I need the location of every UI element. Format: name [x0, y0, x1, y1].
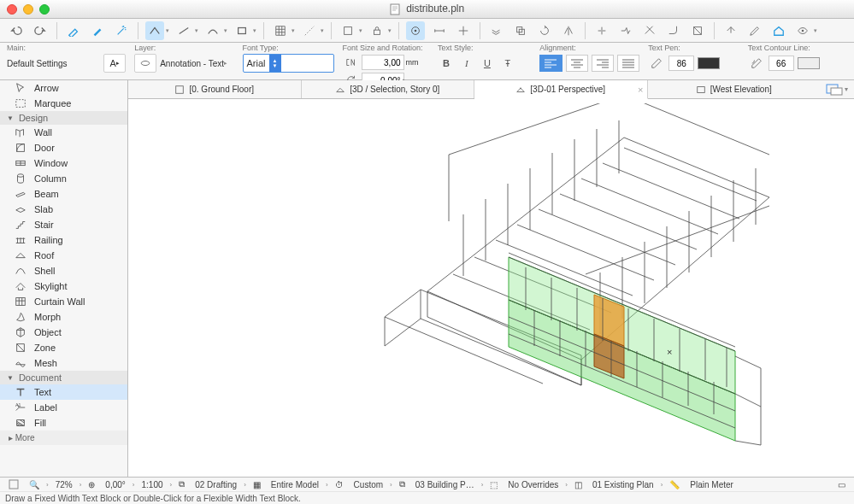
design-railing-tool[interactable]: Railing	[0, 232, 127, 248]
dropdown-caret-icon[interactable]: ▾	[814, 27, 817, 34]
design-skylight-tool[interactable]: Skylight	[0, 278, 127, 294]
design-stair-tool[interactable]: Stair	[0, 217, 127, 232]
redo-button[interactable]	[31, 21, 50, 40]
renov-value[interactable]: Custom	[350, 480, 386, 489]
design-window-tool[interactable]: Window	[0, 155, 127, 171]
design-object-tool[interactable]: Object	[0, 325, 127, 340]
design-wall-tool[interactable]: Wall	[0, 125, 127, 140]
align-justify-button[interactable]	[617, 55, 639, 72]
dropdown-caret-icon[interactable]: ▾	[359, 27, 362, 34]
home-button[interactable]	[769, 21, 788, 40]
model-value[interactable]: Entire Model	[268, 480, 322, 489]
intersect-button[interactable]	[640, 21, 659, 40]
align-left-button[interactable]	[539, 55, 562, 72]
distance-button[interactable]	[430, 21, 449, 40]
document-group-header[interactable]: ▼Document	[0, 371, 127, 384]
scroll-reset[interactable]	[5, 479, 22, 489]
design-group-header[interactable]: ▼Design	[0, 111, 127, 125]
tray-button[interactable]: ▭	[834, 480, 849, 489]
align-right-button[interactable]	[592, 55, 614, 72]
design-roof-tool[interactable]: Roof	[0, 248, 127, 263]
edit-mode-button[interactable]	[745, 21, 764, 40]
font-size-input[interactable]	[362, 55, 404, 70]
contour-color[interactable]	[798, 57, 820, 69]
rotate-button[interactable]	[535, 21, 554, 40]
design-curtain-wall-tool[interactable]: Curtain Wall	[0, 294, 127, 309]
underline-button[interactable]: U	[479, 55, 496, 72]
scale-value[interactable]: 1:100	[138, 480, 167, 489]
text-pen-color[interactable]	[698, 57, 720, 69]
eye-button[interactable]	[793, 21, 812, 40]
poly-geometry-button[interactable]	[233, 21, 251, 40]
dropdown-caret-icon[interactable]: ▾	[166, 27, 169, 34]
layer-visibility-icon[interactable]	[134, 54, 156, 73]
inject-parameters-button[interactable]	[88, 21, 107, 40]
text-pen-input[interactable]	[668, 56, 694, 71]
view-tab-3[interactable]: [West Elevation]	[648, 80, 821, 98]
dropdown-caret-icon[interactable]: ▾	[321, 27, 324, 34]
fillet-button[interactable]	[664, 21, 683, 40]
bold-button[interactable]: B	[438, 55, 455, 72]
split-button[interactable]	[592, 21, 611, 40]
document-label-tool[interactable]: A1Label	[0, 400, 127, 415]
design-slab-tool[interactable]: Slab	[0, 202, 127, 217]
design-door-tool[interactable]: Door	[0, 140, 127, 155]
design-zone-tool[interactable]: Zone	[0, 340, 127, 355]
design-column-tool[interactable]: Column	[0, 171, 127, 186]
partial-value[interactable]: 03 Building P…	[412, 480, 478, 489]
lock-button[interactable]	[368, 21, 386, 40]
offset-button[interactable]	[511, 21, 530, 40]
layerset-value[interactable]: 02 Drafting	[191, 480, 240, 489]
pick-parameters-button[interactable]	[64, 21, 83, 40]
dropdown-caret-icon[interactable]: ▾	[253, 27, 256, 34]
grid-button[interactable]	[271, 21, 290, 40]
adjust-button[interactable]	[616, 21, 635, 40]
crosshair-button[interactable]	[454, 21, 473, 40]
view-tab-1[interactable]: [3D / Selection, Story 0]	[302, 80, 475, 98]
plan-value[interactable]: 01 Existing Plan	[589, 480, 657, 489]
italic-button[interactable]: I	[458, 55, 475, 72]
font-type-select[interactable]: Arial ▲▼	[243, 54, 334, 73]
arrow-tool[interactable]: Arrow	[0, 80, 127, 96]
navigator-button[interactable]: ▾	[820, 80, 854, 98]
more-tools[interactable]: ▸ More	[0, 431, 127, 445]
3d-canvas[interactable]: × Tread Segment	[128, 99, 854, 477]
dropdown-caret-icon[interactable]: ▾	[388, 27, 392, 34]
view-tab-0[interactable]: [0. Ground Floor]	[128, 80, 302, 98]
section-tool-button[interactable]	[339, 21, 357, 40]
override-value[interactable]: No Overrides	[504, 480, 562, 489]
snap-button[interactable]	[406, 21, 425, 40]
design-morph-tool[interactable]: Morph	[0, 309, 127, 325]
resize-button[interactable]	[688, 21, 707, 40]
magic-wand-button[interactable]	[112, 21, 131, 40]
arc-geometry-button[interactable]	[203, 21, 222, 40]
publish-button[interactable]	[721, 21, 740, 40]
guideline-button[interactable]	[300, 21, 319, 40]
marquee-tool[interactable]: Marquee	[0, 96, 127, 111]
view-tab-2[interactable]: [3D-01 Perspective]×	[474, 80, 648, 99]
contour-input[interactable]	[769, 56, 794, 71]
dropdown-caret-icon[interactable]: ▾	[195, 27, 198, 34]
angle-value[interactable]: 0,00°	[102, 480, 128, 489]
zoom-out-icon[interactable]: 🔍	[26, 480, 43, 489]
design-mesh-tool[interactable]: Mesh	[0, 355, 127, 371]
document-fill-tool[interactable]: Fill	[0, 415, 127, 431]
dim-value[interactable]: Plain Meter	[686, 480, 737, 489]
zoom-value[interactable]: 72%	[52, 480, 76, 489]
align-center-button[interactable]	[566, 55, 588, 72]
layer-name[interactable]: Annotation - Text	[160, 59, 224, 68]
design-beam-tool[interactable]: Beam	[0, 186, 127, 202]
mirror-button[interactable]	[559, 21, 578, 40]
strikethrough-button[interactable]: Ŧ	[499, 55, 516, 72]
wall-geometry-button[interactable]	[145, 21, 164, 40]
close-tab-icon[interactable]: ×	[638, 85, 643, 95]
undo-button[interactable]	[7, 21, 26, 40]
design-shell-tool[interactable]: Shell	[0, 263, 127, 278]
document-text-tool[interactable]: Text	[0, 384, 127, 400]
compass-icon[interactable]: ⊕	[85, 480, 98, 489]
suspend-group-button[interactable]	[487, 21, 506, 40]
line-geometry-button[interactable]	[174, 21, 193, 40]
dropdown-caret-icon[interactable]: ▾	[292, 27, 295, 34]
text-tool-icon[interactable]: A▸	[103, 54, 126, 73]
dropdown-caret-icon[interactable]: ▾	[224, 27, 227, 34]
